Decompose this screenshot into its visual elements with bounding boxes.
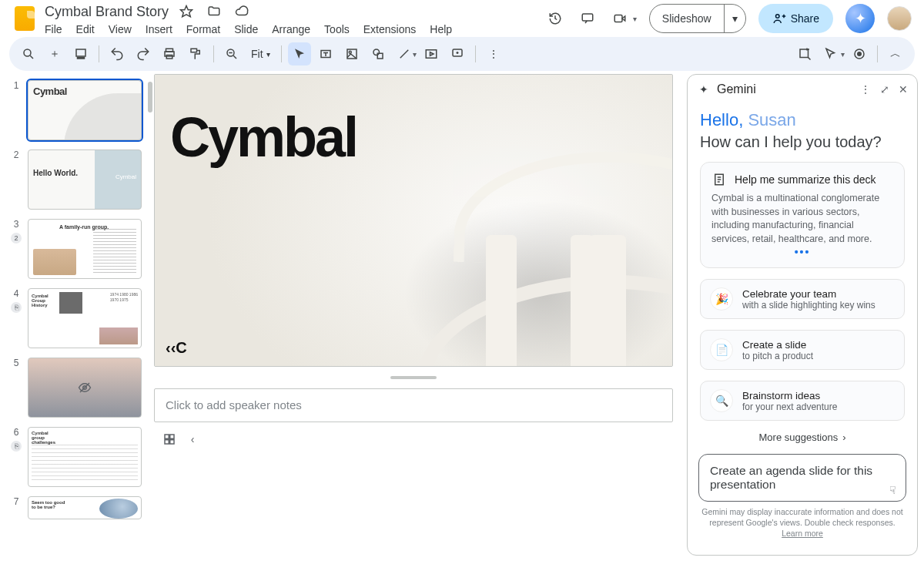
celebrate-icon: 🎉	[710, 287, 733, 311]
image-gen-icon[interactable]	[793, 42, 816, 65]
redo-icon[interactable]	[132, 42, 155, 65]
svg-marker-23	[430, 52, 434, 56]
gemini-prompt-input[interactable]: Create an agenda slide for this presenta…	[698, 454, 906, 502]
zoom-select[interactable]: Fit ▾	[246, 48, 275, 60]
image-icon[interactable]	[340, 42, 363, 65]
thumb-number: 2	[14, 149, 19, 160]
suggestion-celebrate[interactable]: 🎉 Celebrate your teamwith a slide highli…	[700, 279, 905, 319]
gemini-disclaimer: Gemini may display inaccurate informatio…	[698, 502, 906, 539]
svg-rect-30	[165, 435, 169, 438]
learn-more-link[interactable]: Learn more	[782, 529, 823, 538]
video-icon[interactable]	[420, 42, 443, 65]
svg-point-19	[373, 49, 380, 55]
gemini-spark-icon: ✦	[697, 82, 711, 96]
undo-icon[interactable]	[105, 42, 129, 65]
gemini-expand-icon[interactable]: ⤢	[880, 83, 889, 96]
line-menu-chevron[interactable]: ▾	[413, 50, 417, 59]
thumbnail-4[interactable]: Cymbal Group History 1974 1980 19861970 …	[28, 288, 142, 348]
grid-view-icon[interactable]	[162, 432, 177, 447]
svg-rect-31	[170, 435, 174, 438]
thumbnail-3[interactable]: A family-run group.	[28, 219, 142, 279]
thumbnail-5[interactable]	[28, 358, 142, 418]
more-suggestions-button[interactable]: More suggestions ›	[700, 432, 905, 443]
svg-rect-7	[76, 49, 85, 56]
notes-resize-handle[interactable]	[390, 376, 437, 379]
svg-rect-25	[800, 49, 808, 58]
slides-logo[interactable]	[9, 6, 40, 31]
comments-icon[interactable]	[578, 8, 598, 29]
gemini-menu-icon[interactable]: ⋮	[860, 83, 871, 96]
more-tools-icon[interactable]: ⋮	[482, 42, 505, 65]
menu-view[interactable]: View	[109, 23, 132, 35]
cloud-status-icon[interactable]	[232, 2, 252, 22]
thumbnail-1[interactable]: Cymbal	[28, 80, 142, 140]
svg-rect-22	[426, 50, 437, 59]
meet-icon[interactable]	[610, 8, 630, 29]
slideshow-menu-chevron[interactable]: ▾	[725, 12, 745, 25]
thumbnail-panel[interactable]: 1 Cymbal 2 Hello World. Cymbal 32 A fami…	[0, 74, 154, 562]
menu-arrange[interactable]: Arrange	[272, 23, 310, 35]
gemini-close-icon[interactable]: ✕	[899, 83, 908, 96]
speaker-notes[interactable]: Click to add speaker notes	[154, 388, 673, 422]
menu-insert[interactable]: Insert	[146, 23, 172, 35]
svg-rect-33	[170, 440, 174, 444]
toolbar: ＋ Fit ▾ ▾ ⋮ ▾ ︿	[9, 37, 915, 71]
shape-icon[interactable]	[367, 42, 390, 65]
thumbnail-7[interactable]: Seem too good to be true?	[28, 496, 142, 519]
zoom-out-icon[interactable]	[220, 42, 243, 65]
slide-corner-mark: ‹‹C	[166, 339, 187, 357]
pointer-menu-chevron[interactable]: ▾	[841, 50, 845, 59]
new-slide-layout-icon[interactable]	[69, 42, 92, 65]
history-icon[interactable]	[545, 8, 565, 29]
menu-help[interactable]: Help	[430, 23, 452, 35]
svg-marker-0	[181, 6, 192, 17]
slideshow-button[interactable]: Slideshow ▾	[649, 4, 746, 33]
menu-file[interactable]: File	[45, 23, 62, 35]
page-icon: 📄	[710, 338, 733, 361]
print-icon[interactable]	[158, 42, 181, 65]
account-avatar[interactable]	[887, 6, 912, 31]
paint-format-icon[interactable]	[184, 42, 207, 65]
link-icon: ⎘	[11, 302, 22, 313]
thumb-number: 1	[14, 80, 19, 91]
slide-brand-text: Cymbal	[170, 106, 357, 169]
svg-line-6	[30, 55, 33, 59]
share-button[interactable]: Share	[758, 4, 833, 33]
suggestion-create-slide[interactable]: 📄 Create a slideto pitch a product	[700, 330, 905, 370]
document-title[interactable]: Cymbal Brand Story	[45, 4, 169, 20]
menu-edit[interactable]: Edit	[76, 23, 95, 35]
expand-dots-icon[interactable]: •••	[711, 246, 893, 258]
svg-rect-1	[582, 14, 593, 21]
scrollbar[interactable]	[148, 82, 152, 113]
new-slide-icon[interactable]: ＋	[43, 42, 66, 65]
menu-tools[interactable]: Tools	[324, 23, 350, 35]
svg-rect-2	[614, 15, 622, 22]
thumb-number: 4	[14, 288, 19, 299]
svg-rect-8	[78, 58, 85, 59]
suggestion-brainstorm[interactable]: 🔍 Brainstorm ideasfor your next adventur…	[700, 381, 905, 421]
gemini-launcher-icon[interactable]: ✦	[845, 4, 875, 33]
thumbnail-6[interactable]: Cymbal group challenges	[28, 427, 142, 487]
thumbnail-2[interactable]: Hello World. Cymbal	[28, 149, 142, 210]
gemini-summary-card[interactable]: Help me summarize this deck Cymbal is a …	[700, 162, 905, 268]
star-icon[interactable]	[176, 2, 196, 22]
comment-icon[interactable]	[446, 42, 469, 65]
pointer-options-icon[interactable]	[819, 42, 842, 65]
thumb-number: 6	[14, 427, 19, 438]
menu-slide[interactable]: Slide	[234, 23, 258, 35]
menu-extensions[interactable]: Extensions	[363, 23, 416, 35]
prev-slide-icon[interactable]: ‹	[185, 432, 200, 447]
textbox-icon[interactable]	[314, 42, 337, 65]
comment-count-badge[interactable]: 2	[11, 233, 22, 244]
meet-menu-chevron[interactable]: ▾	[633, 15, 637, 23]
collapse-toolbar-icon[interactable]: ︿	[884, 42, 907, 65]
svg-rect-12	[191, 49, 197, 52]
move-icon[interactable]	[204, 2, 224, 22]
menu-format[interactable]: Format	[186, 23, 220, 35]
link-icon: ⎘	[11, 441, 22, 452]
select-tool-icon[interactable]	[288, 42, 311, 65]
search-menus-icon[interactable]	[17, 42, 40, 65]
svg-point-18	[349, 51, 351, 53]
slide-canvas[interactable]: Cymbal ‹‹C	[154, 74, 673, 367]
record-icon[interactable]	[848, 42, 871, 65]
